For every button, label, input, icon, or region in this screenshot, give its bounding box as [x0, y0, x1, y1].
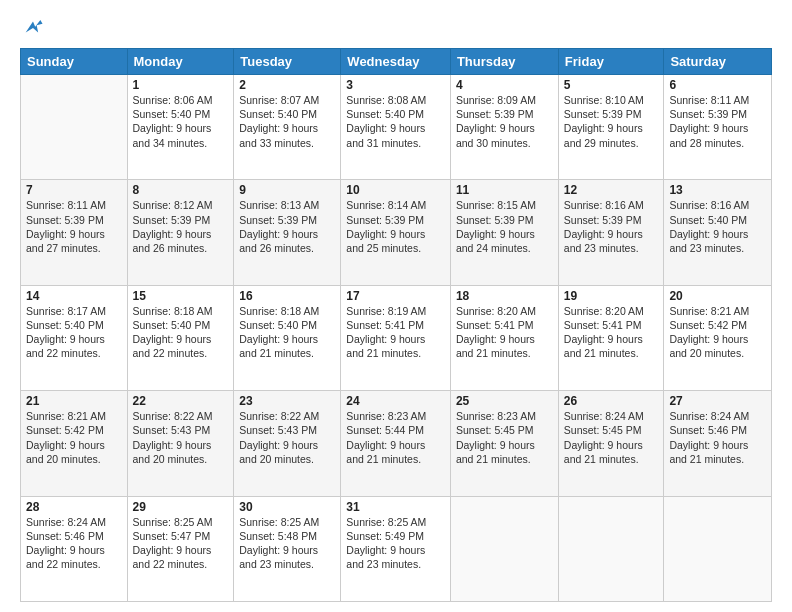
calendar-cell: 18Sunrise: 8:20 AMSunset: 5:41 PMDayligh…	[450, 285, 558, 390]
day-number: 26	[564, 394, 659, 408]
sunrise-text: Sunrise: 8:07 AM	[239, 93, 335, 107]
sunrise-text: Sunrise: 8:10 AM	[564, 93, 659, 107]
logo-bird-icon	[22, 16, 44, 38]
daylight-hours: Daylight: 9 hours	[456, 227, 553, 241]
calendar-cell: 12Sunrise: 8:16 AMSunset: 5:39 PMDayligh…	[558, 180, 664, 285]
page: SundayMondayTuesdayWednesdayThursdayFrid…	[0, 0, 792, 612]
daylight-minutes: and 25 minutes.	[346, 241, 445, 255]
sunset-text: Sunset: 5:40 PM	[669, 213, 766, 227]
calendar-cell: 22Sunrise: 8:22 AMSunset: 5:43 PMDayligh…	[127, 391, 234, 496]
svg-marker-0	[26, 20, 43, 32]
daylight-hours: Daylight: 9 hours	[564, 227, 659, 241]
day-number: 11	[456, 183, 553, 197]
day-number: 31	[346, 500, 445, 514]
sunrise-text: Sunrise: 8:09 AM	[456, 93, 553, 107]
sunrise-text: Sunrise: 8:18 AM	[239, 304, 335, 318]
calendar-cell: 25Sunrise: 8:23 AMSunset: 5:45 PMDayligh…	[450, 391, 558, 496]
daylight-minutes: and 24 minutes.	[456, 241, 553, 255]
daylight-minutes: and 22 minutes.	[26, 557, 122, 571]
calendar-cell: 21Sunrise: 8:21 AMSunset: 5:42 PMDayligh…	[21, 391, 128, 496]
daylight-hours: Daylight: 9 hours	[669, 227, 766, 241]
daylight-minutes: and 21 minutes.	[239, 346, 335, 360]
sunset-text: Sunset: 5:44 PM	[346, 423, 445, 437]
calendar-cell: 14Sunrise: 8:17 AMSunset: 5:40 PMDayligh…	[21, 285, 128, 390]
calendar-cell: 9Sunrise: 8:13 AMSunset: 5:39 PMDaylight…	[234, 180, 341, 285]
calendar-cell	[558, 496, 664, 601]
sunset-text: Sunset: 5:48 PM	[239, 529, 335, 543]
day-number: 4	[456, 78, 553, 92]
daylight-minutes: and 22 minutes.	[133, 557, 229, 571]
calendar-cell: 24Sunrise: 8:23 AMSunset: 5:44 PMDayligh…	[341, 391, 451, 496]
daylight-minutes: and 20 minutes.	[26, 452, 122, 466]
sunrise-text: Sunrise: 8:25 AM	[239, 515, 335, 529]
sunset-text: Sunset: 5:45 PM	[564, 423, 659, 437]
daylight-hours: Daylight: 9 hours	[26, 227, 122, 241]
sunrise-text: Sunrise: 8:23 AM	[346, 409, 445, 423]
daylight-minutes: and 34 minutes.	[133, 136, 229, 150]
daylight-hours: Daylight: 9 hours	[456, 332, 553, 346]
sunset-text: Sunset: 5:42 PM	[26, 423, 122, 437]
sunrise-text: Sunrise: 8:11 AM	[669, 93, 766, 107]
calendar-cell: 19Sunrise: 8:20 AMSunset: 5:41 PMDayligh…	[558, 285, 664, 390]
sunrise-text: Sunrise: 8:08 AM	[346, 93, 445, 107]
sunrise-text: Sunrise: 8:25 AM	[133, 515, 229, 529]
daylight-hours: Daylight: 9 hours	[26, 332, 122, 346]
day-number: 27	[669, 394, 766, 408]
sunset-text: Sunset: 5:43 PM	[239, 423, 335, 437]
daylight-hours: Daylight: 9 hours	[346, 227, 445, 241]
daylight-hours: Daylight: 9 hours	[564, 438, 659, 452]
daylight-minutes: and 21 minutes.	[564, 346, 659, 360]
sunset-text: Sunset: 5:41 PM	[564, 318, 659, 332]
sunrise-text: Sunrise: 8:14 AM	[346, 198, 445, 212]
calendar-cell: 26Sunrise: 8:24 AMSunset: 5:45 PMDayligh…	[558, 391, 664, 496]
calendar-cell: 17Sunrise: 8:19 AMSunset: 5:41 PMDayligh…	[341, 285, 451, 390]
sunrise-text: Sunrise: 8:21 AM	[669, 304, 766, 318]
calendar-cell: 13Sunrise: 8:16 AMSunset: 5:40 PMDayligh…	[664, 180, 772, 285]
daylight-hours: Daylight: 9 hours	[346, 438, 445, 452]
daylight-hours: Daylight: 9 hours	[456, 121, 553, 135]
daylight-minutes: and 21 minutes.	[669, 452, 766, 466]
sunrise-text: Sunrise: 8:19 AM	[346, 304, 445, 318]
sunset-text: Sunset: 5:39 PM	[133, 213, 229, 227]
daylight-minutes: and 30 minutes.	[456, 136, 553, 150]
day-number: 14	[26, 289, 122, 303]
daylight-minutes: and 26 minutes.	[239, 241, 335, 255]
daylight-hours: Daylight: 9 hours	[564, 332, 659, 346]
calendar-cell: 15Sunrise: 8:18 AMSunset: 5:40 PMDayligh…	[127, 285, 234, 390]
daylight-hours: Daylight: 9 hours	[564, 121, 659, 135]
sunset-text: Sunset: 5:46 PM	[669, 423, 766, 437]
daylight-minutes: and 26 minutes.	[133, 241, 229, 255]
sunrise-text: Sunrise: 8:22 AM	[133, 409, 229, 423]
daylight-minutes: and 31 minutes.	[346, 136, 445, 150]
day-number: 13	[669, 183, 766, 197]
day-number: 3	[346, 78, 445, 92]
daylight-hours: Daylight: 9 hours	[456, 438, 553, 452]
week-row-3: 21Sunrise: 8:21 AMSunset: 5:42 PMDayligh…	[21, 391, 772, 496]
calendar-cell: 30Sunrise: 8:25 AMSunset: 5:48 PMDayligh…	[234, 496, 341, 601]
day-number: 28	[26, 500, 122, 514]
calendar-cell: 10Sunrise: 8:14 AMSunset: 5:39 PMDayligh…	[341, 180, 451, 285]
sunset-text: Sunset: 5:43 PM	[133, 423, 229, 437]
day-number: 12	[564, 183, 659, 197]
sunrise-text: Sunrise: 8:17 AM	[26, 304, 122, 318]
header	[20, 16, 772, 38]
calendar-cell: 11Sunrise: 8:15 AMSunset: 5:39 PMDayligh…	[450, 180, 558, 285]
day-number: 9	[239, 183, 335, 197]
sunrise-text: Sunrise: 8:24 AM	[564, 409, 659, 423]
day-number: 29	[133, 500, 229, 514]
daylight-hours: Daylight: 9 hours	[133, 332, 229, 346]
daylight-minutes: and 29 minutes.	[564, 136, 659, 150]
week-row-1: 7Sunrise: 8:11 AMSunset: 5:39 PMDaylight…	[21, 180, 772, 285]
header-day-thursday: Thursday	[450, 49, 558, 75]
sunset-text: Sunset: 5:39 PM	[346, 213, 445, 227]
daylight-hours: Daylight: 9 hours	[239, 121, 335, 135]
day-number: 10	[346, 183, 445, 197]
header-day-sunday: Sunday	[21, 49, 128, 75]
sunset-text: Sunset: 5:46 PM	[26, 529, 122, 543]
daylight-hours: Daylight: 9 hours	[239, 227, 335, 241]
sunset-text: Sunset: 5:45 PM	[456, 423, 553, 437]
sunset-text: Sunset: 5:39 PM	[564, 213, 659, 227]
calendar-cell: 28Sunrise: 8:24 AMSunset: 5:46 PMDayligh…	[21, 496, 128, 601]
day-number: 5	[564, 78, 659, 92]
day-number: 17	[346, 289, 445, 303]
